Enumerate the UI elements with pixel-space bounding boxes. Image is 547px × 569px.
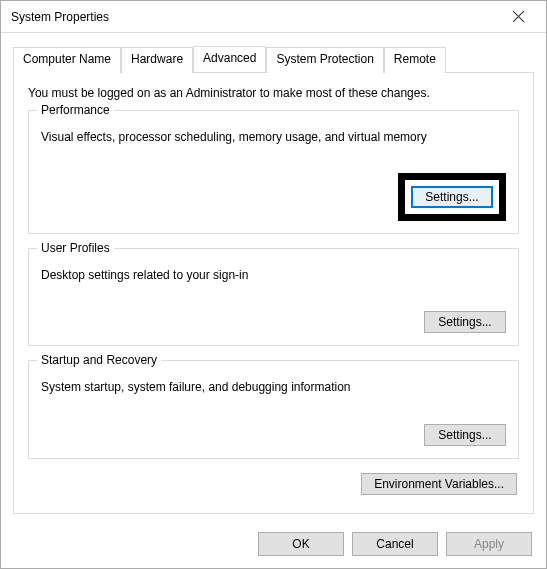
highlight-annotation: Settings... xyxy=(398,173,506,221)
close-button[interactable] xyxy=(498,3,538,31)
cancel-button[interactable]: Cancel xyxy=(352,532,438,556)
group-user-profiles: User Profiles Desktop settings related t… xyxy=(28,248,519,346)
tab-panel-advanced: You must be logged on as an Administrato… xyxy=(13,72,534,514)
group-startup-recovery-title: Startup and Recovery xyxy=(37,353,161,367)
admin-notice: You must be logged on as an Administrato… xyxy=(28,86,519,100)
group-startup-recovery: Startup and Recovery System startup, sys… xyxy=(28,360,519,458)
tab-system-protection[interactable]: System Protection xyxy=(266,47,383,73)
env-var-row: Environment Variables... xyxy=(28,473,519,495)
close-icon xyxy=(513,11,524,22)
group-user-profiles-desc: Desktop settings related to your sign-in xyxy=(41,267,506,283)
ok-button[interactable]: OK xyxy=(258,532,344,556)
tab-strip: Computer Name Hardware Advanced System P… xyxy=(13,46,534,73)
window-title: System Properties xyxy=(11,10,498,24)
performance-settings-button[interactable]: Settings... xyxy=(411,186,493,208)
group-startup-recovery-desc: System startup, system failure, and debu… xyxy=(41,379,506,395)
apply-button[interactable]: Apply xyxy=(446,532,532,556)
tab-advanced[interactable]: Advanced xyxy=(193,46,266,72)
dialog-content: Computer Name Hardware Advanced System P… xyxy=(1,33,546,514)
group-user-profiles-button-row: Settings... xyxy=(41,311,506,333)
tab-hardware[interactable]: Hardware xyxy=(121,47,193,73)
group-performance-button-row: Settings... xyxy=(41,173,506,221)
environment-variables-button[interactable]: Environment Variables... xyxy=(361,473,517,495)
tab-computer-name[interactable]: Computer Name xyxy=(13,47,121,73)
group-performance-desc: Visual effects, processor scheduling, me… xyxy=(41,129,506,145)
tab-remote[interactable]: Remote xyxy=(384,47,446,73)
startup-recovery-settings-button[interactable]: Settings... xyxy=(424,424,506,446)
group-performance-title: Performance xyxy=(37,103,114,117)
titlebar: System Properties xyxy=(1,1,546,33)
group-user-profiles-title: User Profiles xyxy=(37,241,114,255)
group-startup-recovery-button-row: Settings... xyxy=(41,424,506,446)
group-performance: Performance Visual effects, processor sc… xyxy=(28,110,519,234)
user-profiles-settings-button[interactable]: Settings... xyxy=(424,311,506,333)
dialog-footer: OK Cancel Apply xyxy=(258,532,532,556)
